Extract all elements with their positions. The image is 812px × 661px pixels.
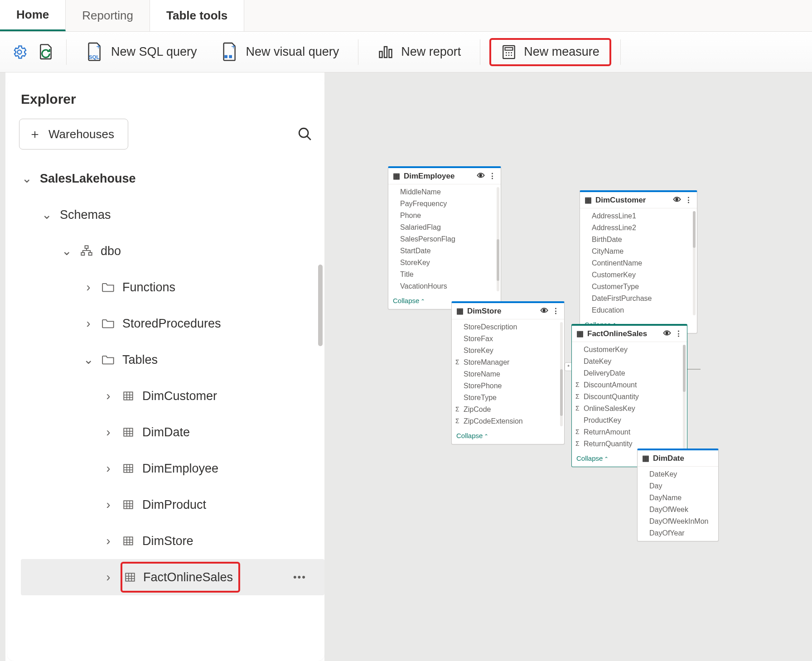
visibility-icon[interactable]: 👁 <box>477 172 485 181</box>
tree-node-table-factonlinesales[interactable]: › FactOnlineSales ••• <box>21 559 324 595</box>
explorer-scrollbar-thumb[interactable] <box>318 265 323 346</box>
tree-node-table-dimproduct[interactable]: › DimProduct <box>21 487 324 523</box>
storedprocs-label: StoredProcedures <box>122 317 221 331</box>
entity-column[interactable]: DiscountQuantity <box>572 391 687 403</box>
calculator-icon <box>501 44 517 60</box>
entity-column[interactable]: DayOfYear <box>638 527 718 539</box>
entity-factonlinesales[interactable]: ▦FactOnlineSales👁⋮ CustomerKeyDateKeyDel… <box>571 324 687 467</box>
tab-table-tools[interactable]: Table tools <box>150 0 244 31</box>
tab-reporting[interactable]: Reporting <box>66 0 150 31</box>
svg-point-14 <box>508 54 510 56</box>
explorer-panel: Explorer ＋ Warehouses ⌄ SalesLakehouse ⌄… <box>7 79 324 661</box>
entity-column[interactable]: ZipCodeExtension <box>452 415 564 427</box>
svg-rect-31 <box>124 464 133 472</box>
tree-node-table-dimcustomer[interactable]: › DimCustomer <box>21 378 324 414</box>
entity-column[interactable]: DiscountAmount <box>572 379 687 391</box>
entity-column[interactable]: MiddleName <box>388 186 501 198</box>
entity-title: DimDate <box>653 454 684 463</box>
svg-rect-41 <box>124 537 133 545</box>
entity-column[interactable]: StoreDescription <box>452 321 564 333</box>
tree-node-table-dimemployee[interactable]: › DimEmployee <box>21 450 324 487</box>
entity-column[interactable]: DayName <box>638 492 718 504</box>
entity-menu-icon[interactable]: ⋮ <box>488 171 496 181</box>
entity-menu-icon[interactable]: ⋮ <box>675 329 682 338</box>
explorer-title: Explorer <box>7 87 324 119</box>
tree-node-table-dimstore[interactable]: › DimStore <box>21 523 324 559</box>
entity-dimemployee[interactable]: ▦DimEmployee👁⋮ MiddleNamePayFrequencyPho… <box>388 166 501 309</box>
entity-column[interactable]: CityName <box>580 246 697 257</box>
visibility-icon[interactable]: 👁 <box>663 329 671 338</box>
tree-node-dbo[interactable]: ⌄ dbo <box>21 233 324 269</box>
tree-node-table-dimdate[interactable]: › DimDate <box>21 414 324 450</box>
entity-column[interactable]: ZipCode <box>452 404 564 415</box>
visibility-icon[interactable]: 👁 <box>541 307 548 316</box>
entity-column[interactable]: DayOfWeekInMon <box>638 516 718 527</box>
entity-column[interactable]: PayFrequency <box>388 198 501 210</box>
tree-node-functions[interactable]: › Functions <box>21 269 324 305</box>
entity-column[interactable]: StoreKey <box>388 257 501 269</box>
entity-table-icon: ▦ <box>456 306 464 316</box>
entity-dimstore[interactable]: ▦DimStore👁⋮ StoreDescriptionStoreFaxStor… <box>451 301 565 444</box>
entity-column[interactable]: StoreFax <box>452 333 564 345</box>
entity-column[interactable]: CustomerKey <box>580 269 697 281</box>
entity-dimdate[interactable]: ▦DimDate DateKeyDayDayNameDayOfWeekDayOf… <box>637 449 719 541</box>
search-icon[interactable] <box>297 126 313 142</box>
table-label: DimStore <box>142 534 193 548</box>
entity-column[interactable]: DeliveryDate <box>572 367 687 379</box>
gear-icon[interactable] <box>9 42 30 63</box>
entity-column[interactable]: ProductKey <box>572 415 687 426</box>
entity-column[interactable]: VacationHours <box>388 280 501 292</box>
refresh-icon[interactable] <box>35 42 56 63</box>
chevron-right-icon: › <box>102 498 114 512</box>
entity-dimcustomer[interactable]: ▦DimCustomer👁⋮ AddressLine1AddressLine2B… <box>580 190 697 333</box>
entity-column[interactable]: Day <box>638 480 718 492</box>
tree-node-schemas[interactable]: ⌄ Schemas <box>21 197 324 233</box>
table-label: DimCustomer <box>142 389 217 403</box>
entity-column[interactable]: CustomerType <box>580 281 697 293</box>
more-options-icon[interactable]: ••• <box>293 571 306 583</box>
new-sql-query-button[interactable]: SQL+ New SQL query <box>77 39 206 66</box>
entity-column[interactable]: SalesPersonFlag <box>388 233 501 245</box>
entity-column[interactable]: SalariedFlag <box>388 222 501 233</box>
entity-column[interactable]: ContinentName <box>580 257 697 269</box>
entity-column[interactable]: AddressLine2 <box>580 222 697 234</box>
entity-column[interactable]: DateKey <box>638 468 718 480</box>
folder-icon <box>102 280 115 294</box>
entity-column[interactable]: BirthDate <box>580 234 697 246</box>
entity-column[interactable]: Title <box>388 269 501 280</box>
visual-query-icon: + <box>221 42 239 62</box>
entity-column[interactable]: StorePhone <box>452 380 564 392</box>
entity-column[interactable]: CustomerKey <box>572 344 687 356</box>
entity-column[interactable]: StoreType <box>452 392 564 404</box>
svg-rect-26 <box>124 428 133 436</box>
diagram-canvas[interactable]: 1 ⇔ * 1 ⌄ * 1 › * * ▦DimEmployee👁⋮ Middl… <box>324 72 812 661</box>
new-visual-query-button[interactable]: + New visual query <box>212 39 348 66</box>
tree-node-tables-folder[interactable]: ⌄ Tables <box>21 342 324 378</box>
new-measure-button[interactable]: New measure <box>490 39 610 65</box>
svg-rect-2 <box>224 55 227 58</box>
visibility-icon[interactable]: 👁 <box>673 196 681 205</box>
warehouses-label: Warehouses <box>48 127 114 141</box>
entity-column[interactable]: StartDate <box>388 245 501 257</box>
entity-column[interactable]: Education <box>580 304 697 316</box>
entity-column[interactable]: DateFirstPurchase <box>580 293 697 304</box>
entity-column[interactable]: AddressLine1 <box>580 210 697 222</box>
entity-column[interactable]: DayOfWeek <box>638 504 718 516</box>
collapse-button[interactable]: Collapse⌃ <box>452 429 564 444</box>
tree-node-lakehouse[interactable]: ⌄ SalesLakehouse <box>21 160 324 197</box>
entity-column[interactable]: StoreKey <box>452 345 564 357</box>
entity-column[interactable]: DateKey <box>572 356 687 367</box>
tab-home[interactable]: Home <box>0 0 66 31</box>
new-report-button[interactable]: New report <box>368 40 470 64</box>
entity-column[interactable]: OnlineSalesKey <box>572 403 687 415</box>
entity-menu-icon[interactable]: ⋮ <box>685 195 692 205</box>
entity-column[interactable]: ReturnAmount <box>572 426 687 438</box>
entity-column[interactable]: Phone <box>388 210 501 222</box>
entity-table-icon: ▦ <box>585 195 592 205</box>
table-icon <box>121 462 135 475</box>
entity-menu-icon[interactable]: ⋮ <box>552 306 560 316</box>
entity-column[interactable]: StoreName <box>452 368 564 380</box>
entity-column[interactable]: StoreManager <box>452 357 564 368</box>
add-warehouse-button[interactable]: ＋ Warehouses <box>19 119 128 150</box>
tree-node-storedprocs[interactable]: › StoredProcedures <box>21 305 324 342</box>
